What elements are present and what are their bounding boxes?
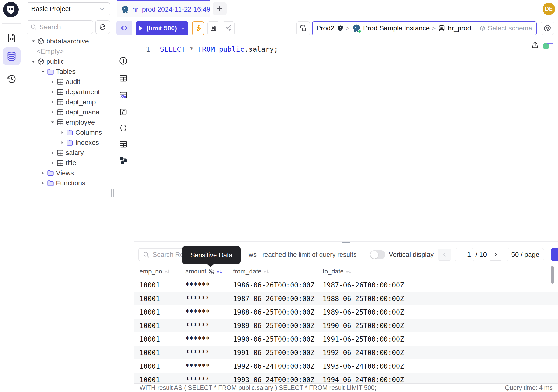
caret-right-icon[interactable] [40, 180, 46, 187]
schema-diagram-icon[interactable] [119, 156, 128, 166]
tree-item-audit[interactable]: audit [23, 77, 112, 87]
column-header-emp_no[interactable]: emp_no [134, 265, 180, 278]
table-cell: 1988-06-25T00:00:00Z [228, 305, 317, 319]
caret-right-icon[interactable] [49, 78, 56, 85]
caret-down-icon[interactable] [30, 58, 37, 65]
batch-query-button[interactable] [296, 21, 310, 35]
share-button[interactable] [223, 21, 235, 35]
tree-item-label: title [66, 159, 76, 167]
tree-item-tables[interactable]: Tables [23, 67, 112, 77]
caret-down-icon[interactable] [49, 119, 56, 126]
tree-item-department[interactable]: department [23, 87, 112, 97]
parentheses-icon[interactable] [119, 123, 128, 133]
sidebar-search-input[interactable]: Search [26, 20, 93, 34]
tab-hr-prod[interactable]: hr_prod 2024-11-22 16:49 [117, 0, 210, 17]
caret-right-icon[interactable] [40, 170, 46, 176]
run-query-button[interactable]: (limit 500) [136, 21, 188, 35]
masked-table-icon[interactable] [119, 90, 128, 100]
tree-item-label: Tables [56, 68, 76, 76]
database-icon[interactable] [3, 47, 20, 65]
tree-item-dept-mana[interactable]: dept_mana... [23, 107, 112, 117]
refresh-button[interactable] [95, 20, 110, 34]
prev-page-button[interactable] [437, 249, 451, 261]
tree-item-functions[interactable]: Functions [23, 178, 112, 188]
cube-icon [479, 25, 485, 32]
eye-off-icon[interactable] [208, 268, 215, 275]
panel-resize-handle[interactable] [134, 241, 558, 245]
column-header-to_date[interactable]: to_date [317, 265, 407, 278]
table-cell [407, 359, 558, 373]
table-cell [407, 305, 558, 319]
upload-button[interactable] [531, 41, 539, 49]
sort-icon[interactable] [217, 269, 222, 274]
caret-right-icon[interactable] [49, 109, 56, 116]
export-button-partial[interactable] [551, 248, 558, 261]
tree-item-dept-emp[interactable]: dept_emp [23, 97, 112, 107]
page-number-input[interactable]: 1 [455, 248, 474, 261]
tree-item-views[interactable]: Views [23, 168, 112, 178]
tree-item-empty[interactable]: <Empty> [23, 46, 112, 56]
caret-right-icon[interactable] [59, 129, 66, 136]
caret-down-icon[interactable] [30, 38, 37, 45]
table-row: 10001******1990-06-25T00:00:00Z1991-06-2… [134, 332, 558, 346]
table-cell: 10001 [134, 332, 180, 346]
chevron-down-icon [180, 25, 186, 31]
user-avatar[interactable]: DE [542, 3, 555, 15]
table-cell: 10001 [134, 278, 180, 292]
caret-right-icon[interactable] [49, 160, 56, 166]
connection-context[interactable]: Prod2 > Prod Sample Instance > hr_prod [313, 22, 475, 35]
sort-icon[interactable] [164, 269, 170, 274]
sql-editor[interactable]: 1 SELECT * FROM public.salary; [134, 39, 558, 241]
save-button[interactable] [207, 21, 219, 35]
format-button[interactable] [192, 21, 204, 35]
table-scrollbar-thumb[interactable] [551, 266, 554, 284]
schema-tree: bbdataarchive<Empty>publicTablesauditdep… [23, 36, 112, 188]
history-icon[interactable] [3, 70, 20, 88]
caret-right-icon[interactable] [49, 89, 56, 95]
tree-item-label: bbdataarchive [46, 37, 89, 45]
tree-item-bbdataarchive[interactable]: bbdataarchive [23, 36, 112, 46]
page-size-select[interactable]: 50 / page [507, 248, 544, 261]
database-name: hr_prod [448, 24, 471, 32]
next-page-button[interactable] [489, 249, 503, 261]
caret-right-icon[interactable] [49, 149, 56, 156]
scrollbar-marker [547, 43, 553, 44]
function-icon[interactable] [119, 107, 128, 117]
table-cell: 10001 [134, 305, 180, 319]
column-header-amount[interactable]: amount [180, 265, 228, 278]
sql-code: SELECT * FROM public.salary; [150, 44, 278, 54]
table-cell: ****** [180, 319, 228, 332]
table-icon[interactable] [119, 139, 128, 149]
column-header-from_date[interactable]: from_date [228, 265, 317, 278]
worksheet-icon[interactable] [3, 29, 20, 47]
caret-down-icon[interactable] [40, 68, 46, 75]
sort-icon[interactable] [346, 269, 351, 274]
tree-item-label: Indexes [75, 139, 99, 147]
info-icon[interactable] [119, 56, 128, 66]
select-schema-button[interactable]: Select schema [475, 22, 536, 35]
line-number: 1 [134, 44, 150, 54]
tree-item-indexes[interactable]: Indexes [23, 138, 112, 148]
caret-right-icon[interactable] [59, 139, 66, 146]
ai-assistant-button[interactable] [541, 22, 554, 35]
code-panel-toggle[interactable] [116, 20, 132, 35]
vertical-display-toggle[interactable] [370, 250, 385, 259]
tree-item-employee[interactable]: employee [23, 117, 112, 127]
tree-item-columns[interactable]: Columns [23, 127, 112, 138]
sort-icon[interactable] [263, 269, 269, 274]
code-icon [120, 24, 129, 32]
tree-item-public[interactable]: public [23, 56, 112, 67]
tree-item-salary[interactable]: salary [23, 148, 112, 158]
table-cell: 1987-06-26T00:00:00Z [317, 278, 407, 292]
sidebar-resize-handle[interactable] [111, 189, 114, 197]
table-cell: 1987-06-26T00:00:00Z [228, 292, 317, 305]
table-icon [56, 98, 64, 106]
cube-icon [37, 57, 45, 66]
project-selector[interactable]: Basic Project [26, 2, 110, 16]
tree-item-title[interactable]: title [23, 158, 112, 168]
breadcrumb-separator: > [432, 25, 436, 32]
connection-breadcrumb: Prod2 > Prod Sample Instance > hr_prod [312, 21, 537, 35]
table-info-icon[interactable] [119, 73, 128, 83]
caret-right-icon[interactable] [49, 99, 56, 105]
new-tab-button[interactable] [213, 2, 227, 15]
